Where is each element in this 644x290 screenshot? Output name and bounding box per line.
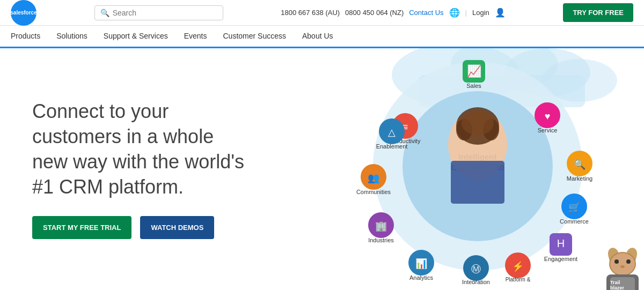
salesforce-logo[interactable]: salesforce	[11, 0, 36, 26]
diagram-svg: Intelligent Customer 360 📈 Sales ≡ Produ…	[322, 48, 644, 284]
globe-icon[interactable]: 🌐	[449, 8, 460, 18]
hero-section: Connect to your customers in a whole new…	[0, 48, 644, 290]
contact-us-link[interactable]: Contact Us	[409, 9, 443, 17]
search-icon: 🔍	[100, 9, 109, 17]
logo-text: salesforce	[10, 10, 36, 16]
svg-text:H: H	[557, 237, 565, 249]
user-icon[interactable]: 👤	[495, 8, 506, 18]
svg-text:Industries: Industries	[368, 237, 394, 243]
svg-text:Integration: Integration	[462, 279, 490, 284]
svg-text:Commerce: Commerce	[560, 218, 589, 225]
hero-diagram: Intelligent Customer 360 📈 Sales ≡ Produ…	[322, 48, 644, 290]
svg-text:△: △	[388, 127, 396, 138]
svg-text:⚡: ⚡	[512, 261, 524, 272]
svg-rect-10	[451, 161, 504, 204]
trailhead-mascot: Trail blazer	[598, 236, 644, 290]
svg-text:🛒: 🛒	[568, 202, 581, 213]
header-top: salesforce 🔍 1800 667 638 (AU) 0800 450 …	[0, 0, 644, 26]
search-box[interactable]: 🔍	[94, 5, 223, 20]
nav-support[interactable]: Support & Services	[104, 25, 168, 48]
start-trial-button[interactable]: START MY FREE TRIAL	[32, 216, 131, 239]
svg-text:Sales: Sales	[466, 83, 481, 89]
nav-links: Products Solutions Support & Services Ev…	[11, 25, 633, 48]
nav-events[interactable]: Events	[184, 25, 207, 48]
svg-text:♥: ♥	[545, 111, 551, 122]
phone-au: 1800 667 638 (AU)	[281, 9, 340, 17]
svg-text:📈: 📈	[467, 64, 482, 78]
svg-text:Engagement: Engagement	[544, 256, 577, 262]
header-right: 1800 667 638 (AU) 0800 450 064 (NZ) Cont…	[281, 8, 506, 18]
svg-text:📊: 📊	[415, 258, 428, 270]
svg-text:Service: Service	[538, 127, 558, 133]
header-nav: Products Solutions Support & Services Ev…	[0, 26, 644, 48]
svg-text:Analytics: Analytics	[409, 274, 434, 281]
separator: |	[465, 9, 467, 17]
svg-text:👥: 👥	[368, 172, 380, 184]
phone-nz: 0800 450 064 (NZ)	[345, 9, 404, 17]
logo-area: salesforce	[11, 0, 36, 26]
hero-buttons: START MY FREE TRIAL WATCH DEMOS	[32, 216, 247, 239]
try-free-button[interactable]: TRY FOR FREE	[563, 3, 633, 22]
nav-products[interactable]: Products	[11, 25, 40, 48]
svg-text:Marketing: Marketing	[567, 175, 592, 182]
svg-text:Enablement: Enablement	[376, 143, 408, 150]
login-link[interactable]: Login	[472, 9, 489, 17]
svg-text:Communities: Communities	[356, 189, 391, 195]
svg-text:Platform &: Platform &	[506, 277, 531, 282]
search-input[interactable]	[113, 9, 217, 17]
svg-text:🏢: 🏢	[375, 220, 387, 232]
svg-text:Ⓜ: Ⓜ	[471, 264, 481, 274]
hero-left: Connect to your customers in a whole new…	[0, 78, 279, 260]
nav-about[interactable]: About Us	[302, 25, 333, 48]
nav-customer-success[interactable]: Customer Success	[223, 25, 286, 48]
hero-title: Connect to your customers in a whole new…	[32, 99, 247, 199]
svg-point-14	[462, 111, 494, 135]
nav-solutions[interactable]: Solutions	[56, 25, 87, 48]
svg-text:🔍: 🔍	[574, 159, 586, 170]
watch-demos-button[interactable]: WATCH DEMOS	[140, 216, 214, 239]
